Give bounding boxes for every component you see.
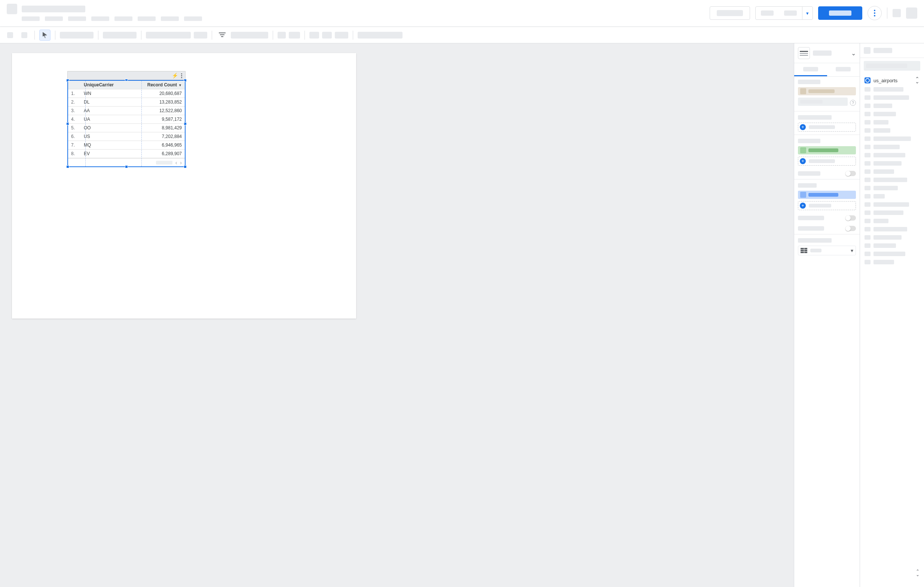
field-item[interactable] [865,128,919,133]
toolbar-button[interactable] [335,32,348,38]
field-item[interactable] [865,153,919,158]
toolbar-button[interactable] [103,32,137,38]
toolbar-button[interactable] [322,32,332,38]
style-tab[interactable] [827,63,860,76]
field-item[interactable] [865,260,919,264]
redo-button[interactable] [19,30,30,41]
field-item[interactable] [865,186,919,190]
menu-item[interactable] [68,16,86,21]
canvas-area[interactable]: ⚡ [0,43,794,587]
table-chart-selected[interactable]: ⚡ [67,71,186,167]
field-item[interactable] [865,161,919,166]
chevron-down-icon[interactable]: ⌄ [851,50,856,57]
field-item[interactable] [865,104,919,108]
cursor-icon [43,32,47,38]
cell-carrier: MQ [81,141,130,150]
metric-chip[interactable] [798,191,856,199]
help-icon[interactable]: ? [850,100,856,106]
menu-item[interactable] [161,16,179,21]
toolbar-button[interactable] [309,32,319,38]
column-header-count[interactable]: Record Count▼ [130,81,185,89]
add-metric-button[interactable]: + [798,201,856,210]
account-avatar[interactable] [906,8,917,19]
chart-type-icon[interactable] [798,47,810,59]
dropdown-caret-icon[interactable]: ▾ [802,7,812,20]
column-header-carrier[interactable]: UniqueCarrier [81,81,130,89]
row-index: 8. [68,150,81,158]
expand-collapse-icon[interactable]: ⌃⌄ [915,78,919,83]
view-button[interactable] [818,7,862,20]
field-item[interactable] [865,202,919,207]
filter-button[interactable] [216,30,228,41]
theme-layout-button[interactable] [358,32,403,38]
cell-count: 8,981,429 [130,124,185,132]
data-source-chip[interactable] [798,87,856,95]
field-item[interactable] [865,169,919,174]
toolbar-button[interactable] [194,32,207,38]
drill-down-toggle[interactable] [845,171,856,176]
next-page-button[interactable]: › [180,159,182,166]
toolbar-button[interactable] [289,32,300,38]
cell-count: 12,522,860 [130,107,185,115]
header-icon[interactable] [893,9,901,17]
chart-more-icon[interactable] [181,73,182,78]
field-item[interactable] [865,194,919,199]
menu-item[interactable] [91,16,109,21]
chevron-down-icon: ▾ [851,248,853,253]
field-item[interactable] [865,136,919,141]
cell-count: 9,587,172 [130,115,185,124]
cell-carrier: EV [81,150,130,158]
menu-item[interactable] [184,16,202,21]
metric-sliders-toggle[interactable] [845,226,856,231]
data-source-header[interactable]: us_airports ⌃⌄ [860,74,924,87]
add-chart-button[interactable] [60,32,94,38]
field-item[interactable] [865,87,919,92]
field-item[interactable] [865,95,919,100]
menu-item[interactable] [114,16,132,21]
row-index: 7. [68,141,81,150]
app-logo [7,4,17,14]
toolbar-button[interactable] [277,32,286,38]
report-title[interactable] [22,6,85,12]
search-fields-input[interactable] [864,61,920,71]
field-item[interactable] [865,112,919,116]
field-item[interactable] [865,235,919,240]
blend-data-button[interactable] [798,98,848,106]
cell-count: 6,289,907 [130,150,185,158]
panel-tabs [794,63,860,77]
share-split-button[interactable]: ▾ [755,7,813,20]
menu-item[interactable] [138,16,156,21]
add-date-range-button[interactable]: + [798,123,856,132]
add-dimension-button[interactable]: + [798,157,856,166]
field-item[interactable] [865,243,919,248]
report-page[interactable]: ⚡ [12,53,356,319]
data-source-name: us_airports [873,78,898,83]
cell-count: 7,202,884 [130,132,185,141]
rows-per-page-select[interactable]: ▾ [798,246,856,255]
dimension-chip[interactable] [798,146,856,155]
field-item[interactable] [865,227,919,232]
field-item[interactable] [865,219,919,223]
field-item[interactable] [865,210,919,215]
setup-tab[interactable] [794,63,827,76]
cell-carrier: UA [81,115,130,124]
cell-count: 6,946,965 [130,141,185,150]
optional-metrics-toggle[interactable] [845,215,856,220]
prev-page-button[interactable]: ‹ [175,159,177,166]
add-control-button[interactable] [146,32,191,38]
menu-item[interactable] [45,16,63,21]
header-button[interactable] [710,7,750,20]
zoom-spinner[interactable]: ⌃⌄ [916,570,919,577]
selection-tool-button[interactable] [39,30,51,41]
explore-icon[interactable]: ⚡ [172,72,178,79]
toolbar-button[interactable] [231,32,268,38]
menu-item[interactable] [22,16,40,21]
cell-count: 20,680,687 [130,89,185,98]
field-item[interactable] [865,145,919,149]
field-item[interactable] [865,252,919,256]
menubar [22,16,202,21]
field-item[interactable] [865,178,919,182]
field-item[interactable] [865,120,919,125]
more-options-button[interactable] [868,6,882,20]
undo-button[interactable] [5,30,16,41]
